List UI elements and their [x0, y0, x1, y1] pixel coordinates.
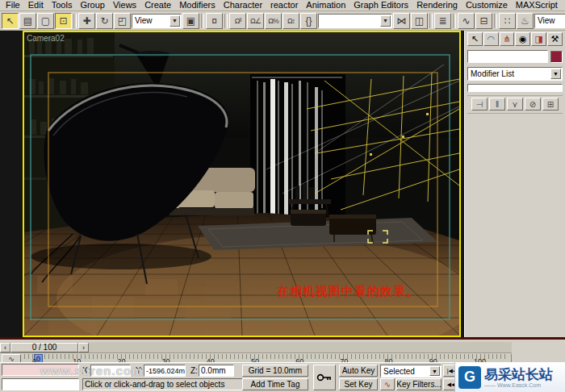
time-slider-track[interactable] — [89, 343, 512, 352]
use-center-button[interactable]: ▣ — [182, 13, 199, 29]
utilities-tab-icon: ⚒ — [551, 34, 559, 44]
tab-utilities[interactable]: ⚒ — [547, 32, 563, 46]
toolbar-separator — [453, 14, 456, 28]
auto-key-button[interactable]: Auto Key — [339, 365, 378, 377]
object-name-field[interactable] — [467, 50, 548, 63]
manipulate-icon: ¤ — [211, 15, 217, 27]
move-icon: ✚ — [82, 15, 90, 27]
modifier-stack-buttons: ⊣ ‖ ⋎ ⊘ ⊞ — [467, 95, 563, 114]
menu-item[interactable]: Create — [140, 0, 175, 10]
menu-item[interactable]: Help — [562, 0, 565, 10]
menu-item[interactable]: Modifiers — [175, 0, 220, 10]
menu-item[interactable]: reactor — [266, 0, 302, 10]
chevron-down-icon[interactable]: ▼ — [429, 366, 440, 376]
snap-toggle-button[interactable]: Ω³ — [229, 13, 246, 29]
modify-tab-icon: ◠ — [487, 34, 495, 44]
set-key-button[interactable]: Set Key — [339, 378, 378, 390]
menu-bar: FileEditToolsGroupViewsCreateModifiersCh… — [0, 0, 565, 11]
chevron-down-icon[interactable]: ▼ — [550, 69, 561, 79]
modifier-list-dropdown[interactable]: Modifier List ▼ — [467, 67, 563, 81]
material-editor-icon: ∷ — [504, 15, 511, 27]
menu-item[interactable]: Views — [109, 0, 140, 10]
toolbar-separator — [429, 14, 433, 28]
camera-viewport[interactable]: Camera02 在相机视图中看的效果。 — [23, 31, 461, 337]
menu-item[interactable]: Rendering — [412, 0, 462, 10]
select-object-button[interactable]: ↖ — [2, 13, 19, 29]
reference-coordinate-system-dropdown[interactable]: View ▼ — [132, 14, 182, 28]
viewport-zone: Camera02 在相机视图中看的效果。 — [0, 31, 464, 337]
angle-snap-button[interactable]: Ω∠ — [247, 13, 264, 29]
pin-stack-icon: ⊣ — [476, 100, 483, 109]
percent-snap-button[interactable]: Ω% — [265, 13, 282, 29]
select-and-manipulate-button[interactable]: ¤ — [206, 13, 223, 29]
menu-item[interactable]: Graph Editors — [349, 0, 412, 10]
brand-name: 易采站长站 — [484, 367, 553, 382]
tab-hierarchy[interactable]: ⋔ — [500, 32, 515, 46]
toolbar-separator — [201, 14, 204, 28]
show-end-result-icon: ‖ — [496, 100, 499, 109]
maxscript-listener-field[interactable] — [2, 378, 79, 390]
schematic-view-button[interactable]: ⊟ — [475, 13, 492, 29]
tab-motion[interactable]: ◉ — [515, 32, 530, 46]
object-color-swatch[interactable] — [550, 51, 563, 63]
window-crossing-button[interactable]: ⊡ — [55, 13, 72, 29]
tab-create[interactable]: ↖ — [467, 32, 483, 46]
menu-item[interactable]: Customize — [462, 0, 512, 10]
layers-icon: ≣ — [438, 15, 446, 27]
bottom-right-panel — [512, 342, 565, 365]
menu-item[interactable]: File — [2, 0, 24, 10]
render-scene-teapot-icon: ♨ — [521, 15, 529, 27]
named-sets-icon: {} — [305, 15, 312, 27]
pin-stack-button[interactable]: ⊣ — [471, 98, 488, 111]
select-and-move-button[interactable]: ✚ — [78, 13, 95, 29]
spinner-snap-button[interactable]: Ω↕ — [282, 13, 299, 29]
render-scene-button[interactable]: ♨ — [517, 13, 534, 29]
grid-setting-button[interactable]: Grid = 10.0mm — [242, 365, 308, 377]
z-coordinate-field[interactable]: 0.0mm — [199, 365, 234, 377]
time-slider-next-arrow[interactable]: › — [78, 343, 89, 352]
rotate-icon: ↻ — [100, 15, 108, 27]
menu-item[interactable]: Group — [76, 0, 109, 10]
menu-item[interactable]: Tools — [48, 0, 77, 10]
select-and-scale-button[interactable]: ◰ — [114, 13, 131, 29]
align-button[interactable]: ◫ — [411, 13, 428, 29]
time-slider-prev-arrow[interactable]: ‹ — [0, 343, 10, 352]
hierarchy-tab-icon: ⋔ — [503, 34, 510, 44]
menu-item[interactable]: MAXScript — [512, 0, 562, 10]
show-end-result-button[interactable]: ‖ — [489, 98, 505, 111]
make-unique-button[interactable]: ⋎ — [507, 98, 523, 111]
configure-modifier-sets-button[interactable]: ⊞ — [542, 98, 559, 111]
chevron-down-icon[interactable]: ▼ — [380, 15, 391, 27]
add-time-tag-button[interactable]: Add Time Tag — [242, 378, 308, 390]
set-keys-button[interactable] — [313, 365, 336, 390]
select-by-name-button[interactable]: ▤ — [19, 13, 36, 29]
menu-item[interactable]: Edit — [24, 0, 48, 10]
selection-region-button[interactable]: ▢ — [37, 13, 54, 29]
chevron-down-icon[interactable]: ▼ — [170, 15, 180, 27]
y-coordinate-field[interactable]: -1596.024m — [144, 365, 186, 377]
modifier-stack-list[interactable] — [467, 84, 563, 92]
tab-display[interactable]: ◨ — [531, 32, 546, 46]
viewport-label[interactable]: Camera02 — [27, 34, 65, 43]
edit-named-selections-button[interactable]: {} — [300, 13, 317, 29]
default-tangent-button[interactable]: ∿ — [380, 378, 395, 390]
select-and-rotate-button[interactable]: ↻ — [96, 13, 113, 29]
material-editor-button[interactable]: ∷ — [499, 13, 516, 29]
render-type-dropdown[interactable]: View ▼ — [534, 14, 565, 28]
key-mode-dropdown[interactable]: Selected ▼ — [380, 365, 442, 377]
key-mode-value: Selected — [383, 367, 415, 376]
toolbar-separator — [224, 14, 228, 28]
menu-item[interactable]: Character — [220, 0, 266, 10]
menu-item[interactable]: Animation — [302, 0, 349, 10]
time-slider-handle[interactable]: 0 / 100 — [10, 343, 78, 352]
tab-modify[interactable]: ◠ — [483, 32, 499, 46]
time-slider[interactable]: ‹ 0 / 100 › — [0, 342, 512, 353]
select-by-name-icon: ▤ — [23, 15, 32, 27]
mirror-button[interactable]: ⋈ — [393, 13, 410, 29]
named-selection-sets-dropdown[interactable]: ▼ — [318, 14, 392, 28]
curve-editor-button[interactable]: ∿ — [458, 13, 475, 29]
configure-modifier-sets-icon: ⊞ — [547, 100, 554, 109]
layer-manager-button[interactable]: ≣ — [434, 13, 451, 29]
remove-modifier-button[interactable]: ⊘ — [525, 98, 541, 111]
key-filters-button[interactable]: Key Filters... — [396, 378, 442, 390]
